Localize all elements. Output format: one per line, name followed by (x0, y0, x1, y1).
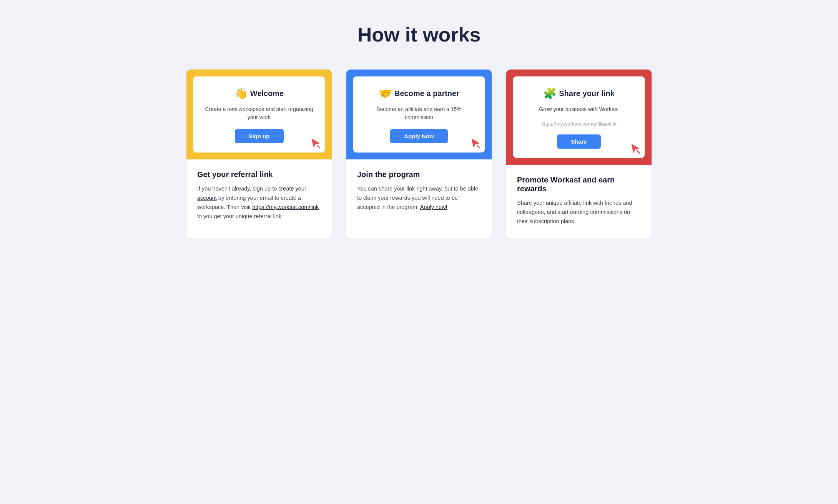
welcome-card: 👋 Welcome Create a new workspace and sta… (186, 69, 332, 239)
create-account-link[interactable]: create your account (197, 186, 306, 201)
welcome-card-inner: 👋 Welcome Create a new workspace and sta… (193, 76, 325, 153)
partner-bottom-title: Join the program (357, 170, 481, 179)
page-title: How it works (357, 23, 481, 46)
affiliate-link-display: https://my.workast.com/affiliatelink (541, 121, 617, 127)
svg-line-1 (477, 145, 480, 148)
welcome-bottom-text: If you haven't already, sign up to creat… (197, 184, 321, 221)
cursor-decoration-3 (629, 143, 642, 155)
welcome-icon: 👋 (234, 87, 248, 100)
share-card: 🧩 Share your link Grow your business wit… (506, 69, 652, 239)
share-bottom-text: Share your unique affiliate link with fr… (517, 199, 641, 226)
share-card-inner: 🧩 Share your link Grow your business wit… (513, 76, 645, 158)
welcome-card-title: 👋 Welcome (234, 87, 284, 100)
welcome-bottom-title: Get your referral link (197, 170, 321, 179)
share-card-top: 🧩 Share your link Grow your business wit… (506, 70, 652, 165)
referral-link[interactable]: https://my.workast.com/link (252, 204, 319, 210)
cursor-decoration-2 (469, 137, 482, 149)
apply-now-button[interactable]: Apply Now (390, 129, 448, 143)
share-card-bottom: Promote Workast and earn rewards Share y… (506, 165, 652, 239)
partner-bottom-text: You can share your link right away, but … (357, 184, 481, 212)
welcome-description: Create a new workspace and start organiz… (203, 105, 316, 121)
apply-now-link[interactable]: Apply now! (420, 204, 447, 210)
welcome-card-bottom: Get your referral link If you haven't al… (186, 159, 332, 239)
share-icon: 🧩 (543, 87, 557, 100)
partner-card: 🤝 Become a partner Become an affiliate a… (346, 69, 492, 239)
partner-description: Become an affiliate and earn a 15% commi… (362, 105, 476, 121)
partner-card-inner: 🤝 Become a partner Become an affiliate a… (353, 76, 485, 153)
partner-card-title: 🤝 Become a partner (379, 87, 459, 100)
svg-line-0 (317, 145, 320, 148)
svg-line-2 (637, 151, 640, 153)
welcome-card-top: 👋 Welcome Create a new workspace and sta… (186, 70, 332, 159)
partner-card-top: 🤝 Become a partner Become an affiliate a… (346, 70, 492, 159)
cards-container: 👋 Welcome Create a new workspace and sta… (169, 69, 669, 239)
share-button[interactable]: Share (557, 134, 601, 149)
share-card-title: 🧩 Share your link (543, 87, 615, 100)
cursor-decoration (309, 137, 322, 149)
partner-icon: 🤝 (379, 87, 392, 100)
share-description: Grow your business with Workast (539, 105, 619, 113)
partner-card-bottom: Join the program You can share your link… (346, 159, 492, 239)
share-bottom-title: Promote Workast and earn rewards (517, 176, 641, 193)
signup-button[interactable]: Sign up (235, 129, 284, 143)
